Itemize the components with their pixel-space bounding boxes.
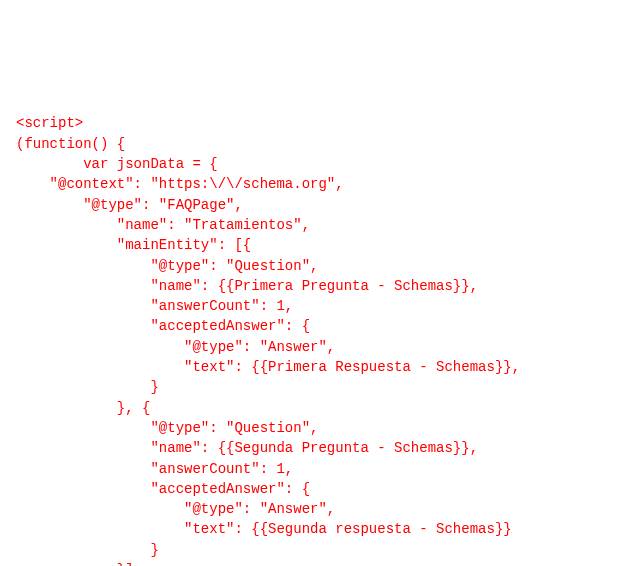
code-line: "text": {{Primera Respuesta - Schemas}},	[16, 359, 520, 375]
code-line: }	[16, 542, 159, 558]
code-line: "name": {{Segunda Pregunta - Schemas}},	[16, 440, 478, 456]
code-line: "mainEntity": [{	[16, 237, 251, 253]
code-line: "name": {{Primera Pregunta - Schemas}},	[16, 278, 478, 294]
code-line: "@type": "FAQPage",	[16, 197, 243, 213]
code-line: "@context": "https:\/\/schema.org",	[16, 176, 344, 192]
code-line: }, {	[16, 400, 150, 416]
code-line: "acceptedAnswer": {	[16, 481, 310, 497]
code-line: (function() {	[16, 136, 125, 152]
code-line: "text": {{Segunda respuesta - Schemas}}	[16, 521, 512, 537]
code-line: "answerCount": 1,	[16, 461, 293, 477]
code-line: "@type": "Question",	[16, 258, 318, 274]
code-line: }	[16, 379, 159, 395]
code-line: "@type": "Answer",	[16, 339, 335, 355]
code-line: <script>	[16, 115, 83, 131]
code-line: "name": "Tratamientos",	[16, 217, 310, 233]
code-line: "acceptedAnswer": {	[16, 318, 310, 334]
code-line: "answerCount": 1,	[16, 298, 293, 314]
code-line: }]	[16, 562, 134, 566]
code-line: "@type": "Question",	[16, 420, 318, 436]
code-line: "@type": "Answer",	[16, 501, 335, 517]
code-line: var jsonData = {	[16, 156, 218, 172]
code-block: <script> (function() { var jsonData = { …	[16, 93, 620, 566]
